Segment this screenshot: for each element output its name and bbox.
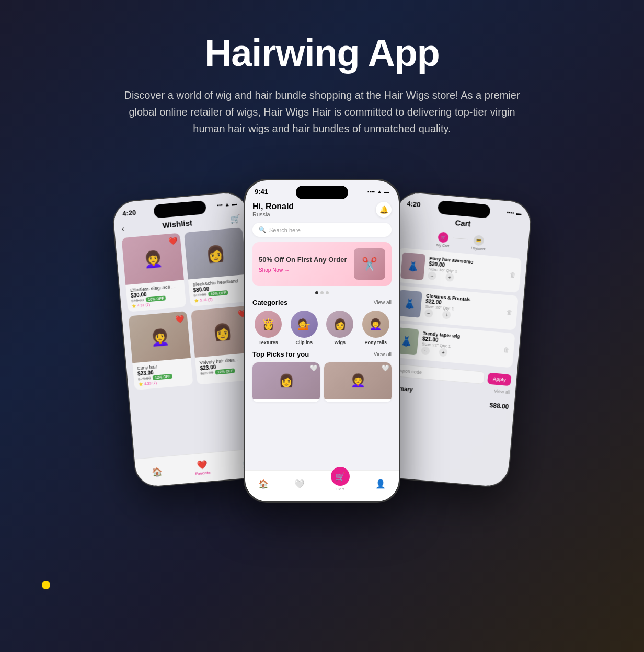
category-label-ponytails: Pony tails	[364, 340, 387, 345]
wishlist-old-price-4: $25.00	[200, 370, 213, 376]
back-button[interactable]: ‹	[121, 224, 125, 233]
apply-coupon-button[interactable]: Apply	[487, 373, 512, 386]
cart-item-img-2: 👗	[397, 290, 422, 318]
qty-minus-3[interactable]: −	[421, 346, 430, 355]
favorite-label: Favorite	[195, 470, 211, 476]
cart-item-info-1: Pony hair awesome $20.00 Size: 16" Qty: …	[428, 256, 504, 286]
cart-pink-button[interactable]: 🛒	[331, 467, 350, 486]
heart-product-1[interactable]: 🤍	[310, 364, 318, 372]
top-picks-title: Top Picks for you	[252, 350, 309, 358]
heart-nav-icon-c: 🤍	[294, 479, 305, 489]
wishlist-img-2: 👩	[184, 227, 246, 279]
battery-icon-r: ▬	[516, 210, 522, 216]
qty-num-2: 01	[435, 311, 441, 317]
category-ponytails[interactable]: 👩‍🦱 Pony tails	[360, 311, 392, 345]
qty-num-1: 01	[438, 274, 444, 280]
dot-2[interactable]	[320, 291, 324, 294]
product-card-2[interactable]: 👩‍🦱 🤍	[324, 362, 392, 402]
banner-image: ✂️	[354, 248, 385, 280]
home-content: Hi, Ronald Russia 🔔 🔍 Search here 50% Of…	[245, 198, 399, 493]
nav-cart-btn-center[interactable]: 🛒 Cart	[331, 476, 350, 491]
wishlist-old-price-2: $90.00	[193, 292, 206, 298]
greeting-row: Hi, Ronald Russia 🔔	[252, 202, 392, 218]
cart-item-2: 👗 Closures & Frontals $22.00 Size: 20" Q…	[393, 285, 519, 330]
top-picks-view-all[interactable]: View all	[374, 351, 392, 357]
nav-home-btn[interactable]: 🏠	[258, 479, 269, 489]
cart-icon[interactable]: 🛒	[229, 213, 241, 224]
heart-icon-1[interactable]: ❤️	[168, 236, 178, 245]
wishlist-item[interactable]: 👩‍🦱 ❤️ Curly hair $23.00 $25.00 12% OFF …	[129, 311, 193, 390]
greeting-name: Hi, Ronald	[252, 202, 294, 211]
wishlist-info-2: Sleek&chic headband $80.00 $90.00 10% OF…	[188, 274, 249, 307]
heart-icon-3[interactable]: ❤️	[175, 314, 185, 323]
wishlist-info-1: Effortless elegance ... $30.00 $40.00 10…	[125, 280, 186, 312]
wishlist-badge-4: 12% OFF	[215, 368, 236, 374]
yellow-dot-decoration	[42, 581, 50, 589]
nav-profile-btn[interactable]: 👤	[375, 479, 386, 489]
qty-minus-1[interactable]: −	[428, 271, 436, 280]
greeting-location: Russia	[252, 211, 294, 218]
battery-icon: ▬	[232, 201, 237, 207]
cart-item-3: 👗 Trendy taper wig $21.00 Size: 22" Qty:…	[389, 323, 515, 368]
wishlist-img-3: 👩‍🦱 ❤️	[129, 311, 191, 363]
notification-button[interactable]: 🔔	[376, 202, 392, 218]
category-img-clipins: 💁	[291, 311, 318, 338]
battery-icon-c: ▬	[384, 189, 389, 195]
step-label-payment: Payment	[471, 246, 486, 251]
banner-shop-link[interactable]: Shop Now →	[259, 267, 347, 273]
search-bar[interactable]: 🔍 Search here	[252, 223, 392, 237]
greeting-info: Hi, Ronald Russia	[252, 202, 294, 218]
wifi-icon: ▲	[224, 201, 230, 208]
home-icon: 🏠	[152, 466, 163, 477]
qty-plus-2[interactable]: +	[442, 311, 451, 319]
status-time-right: 4:20	[407, 200, 421, 209]
category-img-textures: 👸	[255, 311, 282, 338]
qty-plus-1[interactable]: +	[445, 273, 454, 282]
delete-btn-3[interactable]: 🗑	[503, 346, 510, 354]
categories-header: Categories View all	[252, 299, 392, 306]
categories-row: 👸 Textures 💁 Clip ins 👩 Wigs 👩‍🦱 Pony ta…	[252, 311, 392, 345]
status-icons-center: ▪▪▪▪ ▲ ▬	[367, 189, 389, 195]
category-label-clipins: Clip ins	[295, 340, 313, 345]
cart-step-mycart: 🛒 My Cart	[436, 232, 450, 248]
step-circle-2: 💳	[473, 235, 485, 246]
wishlist-info-3: Curly hair $23.00 $25.00 12% OFF ⭐ 4.33 …	[132, 358, 193, 391]
status-time-left: 4:20	[122, 209, 136, 218]
category-img-wigs: 👩	[326, 311, 353, 338]
category-textures[interactable]: 👸 Textures	[252, 311, 284, 345]
categories-view-all[interactable]: View all	[374, 300, 392, 305]
product-card-1[interactable]: 👩 🤍	[252, 362, 320, 402]
phone-home: 9:41 ▪▪▪▪ ▲ ▬ Hi, Ronald Russia 🔔	[244, 179, 400, 503]
status-icons-left: ▪▪▪ ▲ ▬	[217, 201, 237, 208]
search-placeholder: Search here	[269, 227, 301, 233]
wishlist-item[interactable]: 👩 Sleek&chic headband $80.00 $90.00 10% …	[184, 227, 249, 306]
wifi-icon-c: ▲	[377, 189, 382, 195]
category-clipins[interactable]: 💁 Clip ins	[289, 311, 320, 345]
qty-plus-3[interactable]: +	[439, 348, 447, 357]
home-nav-icon: 🏠	[258, 479, 269, 489]
top-picks-header: Top Picks for you View all	[252, 350, 392, 358]
signal-icon: ▪▪▪	[217, 202, 223, 208]
qty-minus-2[interactable]: −	[424, 309, 433, 318]
cart-item-img-1: 👗	[400, 252, 426, 280]
nav-home[interactable]: 🏠	[152, 466, 163, 477]
cart-items-list: 👗 Pony hair awesome $20.00 Size: 16" Qty…	[384, 247, 527, 371]
phone-screen-center: 9:41 ▪▪▪▪ ▲ ▬ Hi, Ronald Russia 🔔	[245, 180, 399, 501]
wishlist-item[interactable]: 👩‍🦱 ❤️ Effortless elegance ... $30.00 $4…	[121, 233, 186, 312]
heart-product-2[interactable]: 🤍	[382, 364, 389, 372]
dot-1	[315, 291, 318, 294]
delete-btn-1[interactable]: 🗑	[510, 271, 516, 279]
wishlist-grid: 👩‍🦱 ❤️ Effortless elegance ... $30.00 $4…	[116, 227, 262, 391]
categories-title: Categories	[252, 299, 288, 306]
status-icons-right: ▪▪▪▪ ▬	[507, 209, 522, 216]
product-img-1: 👩 🤍	[252, 362, 320, 399]
promo-banner[interactable]: 50% Off On First Any Order Shop Now → ✂️	[252, 242, 392, 286]
phones-showcase: 4:20 ▪▪▪ ▲ ▬ ‹ Wishlist 🛒	[108, 179, 536, 503]
category-wigs[interactable]: 👩 Wigs	[324, 311, 356, 345]
nav-favorite[interactable]: ❤️ Favorite	[194, 459, 211, 476]
nav-heart-btn[interactable]: 🤍	[294, 479, 305, 489]
total-amount: $88.00	[489, 402, 509, 410]
delete-btn-2[interactable]: 🗑	[506, 308, 513, 316]
dot-3[interactable]	[326, 291, 329, 294]
signal-icon-c: ▪▪▪▪	[367, 189, 375, 195]
